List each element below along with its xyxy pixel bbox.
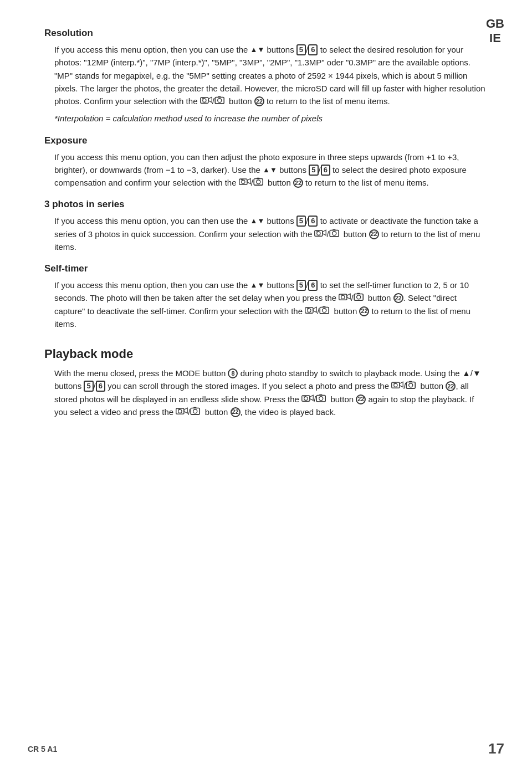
btn6-selftimer: 6 [308,280,318,291]
cam-icon12 [406,380,418,389]
corner-badge: GB IE [486,17,504,46]
exposure-para: If you access this menu option, you can … [54,151,488,189]
svg-point-43 [393,383,395,384]
svg-point-57 [178,409,182,413]
btn5-icon: 5 [296,44,306,55]
cam-icon11 [391,380,403,389]
svg-point-28 [342,295,344,296]
svg-marker-50 [310,395,313,400]
btn5-selftimer: 5 [296,280,306,291]
svg-point-38 [323,308,326,312]
svg-marker-15 [257,178,260,179]
svg-point-46 [409,383,413,387]
btn6-series: 6 [308,216,318,227]
cam-icon5 [314,228,326,237]
series-title: 3 photos in series [44,199,488,210]
svg-point-41 [394,383,397,387]
svg-point-33 [308,309,311,312]
footer: CR 5 A1 17 [0,740,532,757]
btn6-icon: 6 [308,44,318,55]
badge-line1: GB [486,17,504,31]
btn5-series: 5 [296,216,306,227]
cam-icon7 [339,292,351,301]
resolution-para1: If you access this menu option, then you… [54,43,488,107]
svg-point-22 [332,231,336,235]
svg-point-60 [179,408,180,409]
footer-model: CR 5 A1 [28,745,57,754]
svg-marker-34 [313,307,316,312]
series-selection-text: selection with the [248,229,312,239]
svg-point-17 [317,232,320,235]
cam-icon15 [176,406,188,415]
btn5-playback: 5 [84,381,93,392]
circle22-selftimer1: 22 [393,293,403,303]
svg-marker-58 [184,408,187,413]
arrow-updown-icon4: ▲▼ [250,280,265,291]
cam-icon8 [354,292,366,301]
cam-icon10 [319,305,331,314]
badge-line2: IE [486,31,504,45]
cam-icon [200,95,212,104]
series-section: 3 photos in series If you access this me… [44,199,488,253]
svg-point-49 [304,397,308,400]
exposure-body: If you access this menu option, you can … [54,151,488,189]
cam-icon2 [214,95,227,104]
svg-point-19 [316,230,318,232]
btn6-exposure: 6 [321,165,330,176]
cam-icon13 [301,393,314,402]
cam-icon6 [329,228,341,237]
circle22-playback3: 22 [231,407,241,417]
circle8-playback: 8 [228,368,238,378]
cam-icon14 [316,393,328,402]
svg-marker-47 [409,381,412,382]
svg-marker-31 [356,293,360,294]
svg-marker-42 [400,382,403,387]
svg-marker-23 [332,229,335,230]
resolution-body: If you access this menu option, then you… [54,43,488,125]
svg-point-9 [241,180,244,183]
btn5-exposure: 5 [309,165,318,176]
arrow-updown-icon3: ▲▼ [250,216,265,227]
circle22-series: 22 [369,229,379,239]
selftimer-body: If you access this menu option, then you… [54,279,488,330]
svg-point-11 [241,179,242,180]
playback-title: Playback mode [44,347,488,361]
btn6-playback: 6 [96,381,105,392]
svg-marker-2 [208,97,212,102]
svg-marker-55 [319,394,323,395]
circle22-playback1: 22 [446,381,456,391]
svg-point-36 [308,307,309,309]
svg-marker-18 [323,230,326,235]
svg-point-1 [202,99,206,102]
svg-point-25 [341,295,345,299]
svg-point-6 [217,99,221,102]
svg-point-4 [203,98,204,99]
resolution-selection-text: selection with the [134,96,197,106]
svg-point-35 [307,307,308,309]
circle22-selftimer2: 22 [359,306,369,316]
arrow-updown-icon: ▲▼ [250,44,265,55]
playback-body: With the menu closed, press the MODE but… [54,367,488,418]
circle22-playback2: 22 [356,394,366,404]
svg-point-3 [202,98,203,99]
arrow-updown-icon2: ▲▼ [263,165,277,176]
cam-icon3 [239,177,251,186]
playback-para: With the menu closed, press the MODE but… [54,367,488,418]
selftimer-title: Self-timer [44,263,488,274]
svg-point-62 [193,409,197,413]
exposure-selection-text: selection with the [172,178,236,187]
svg-point-30 [356,295,360,299]
svg-marker-7 [217,96,221,98]
page: GB IE Resolution If you access this menu… [0,0,532,774]
cam-icon16 [190,406,202,415]
svg-point-52 [305,396,306,397]
resolution-title: Resolution [44,28,488,39]
svg-point-59 [178,408,179,409]
svg-marker-39 [323,306,326,307]
svg-point-51 [304,396,305,397]
circle22-exposure: 22 [293,178,303,188]
cam-icon9 [305,305,317,314]
series-body: If you access this menu option, you can … [54,214,488,253]
svg-marker-26 [347,294,350,299]
svg-point-54 [319,396,323,400]
